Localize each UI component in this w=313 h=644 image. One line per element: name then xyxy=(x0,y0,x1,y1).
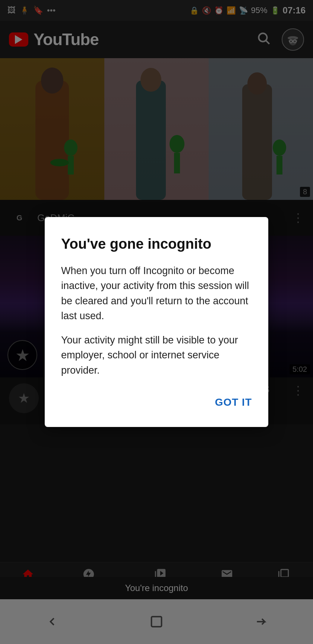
modal-body-2: Your activity might still be visible to … xyxy=(61,333,252,378)
modal-body-1: When you turn off Incognito or become in… xyxy=(61,263,252,324)
modal-title: You've gone incognito xyxy=(61,236,252,253)
got-it-button[interactable]: GOT IT xyxy=(215,393,252,412)
incognito-dialog: You've gone incognito When you turn off … xyxy=(45,217,268,427)
modal-overlay: You've gone incognito When you turn off … xyxy=(0,0,313,644)
modal-actions: GOT IT xyxy=(61,393,252,412)
